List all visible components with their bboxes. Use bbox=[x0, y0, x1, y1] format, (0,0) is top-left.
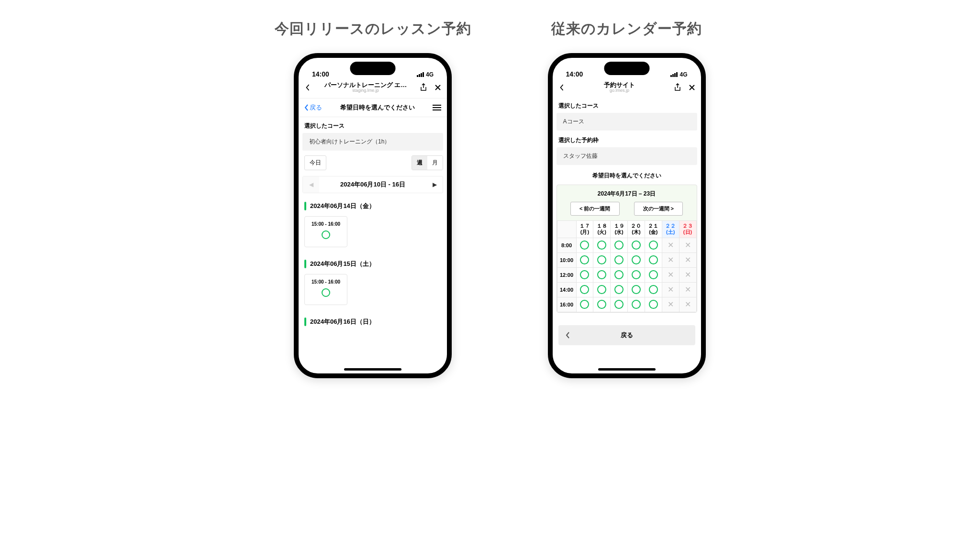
phone-left: 14:00 4G パーソナルトレーニング エ… staging.lme.jp bbox=[294, 53, 452, 378]
signal-bars-icon bbox=[670, 72, 678, 77]
calendar-cell[interactable] bbox=[645, 282, 662, 297]
calendar-cell[interactable] bbox=[593, 252, 611, 267]
calendar-cell[interactable] bbox=[628, 267, 645, 282]
available-icon bbox=[614, 255, 624, 264]
calendar-cell[interactable] bbox=[576, 282, 593, 297]
today-button[interactable]: 今日 bbox=[304, 155, 326, 170]
unavailable-icon: ✕ bbox=[668, 285, 674, 294]
calendar-cell[interactable] bbox=[593, 267, 611, 282]
time-slot-card[interactable]: 15:00 - 16:00 bbox=[304, 274, 347, 305]
calendar-time-label: 16:00 bbox=[557, 297, 576, 312]
unavailable-icon: ✕ bbox=[668, 241, 674, 249]
calendar-cell[interactable] bbox=[593, 297, 611, 312]
available-icon bbox=[649, 270, 658, 279]
section-label-course: 選択したコース bbox=[299, 117, 447, 133]
back-button[interactable]: 戻る bbox=[304, 103, 322, 112]
time-slot-card[interactable]: 15:00 - 16:00 bbox=[304, 216, 347, 247]
unavailable-icon: ✕ bbox=[685, 256, 691, 264]
calendar-cell[interactable] bbox=[576, 252, 593, 267]
section-label-slot: 選択した予約枠 bbox=[553, 132, 701, 147]
available-icon bbox=[632, 300, 641, 309]
calendar-cell[interactable] bbox=[628, 252, 645, 267]
page-domain: go.lmes.jp bbox=[569, 88, 670, 93]
unavailable-icon: ✕ bbox=[668, 271, 674, 279]
next-week-button[interactable]: 次の一週間 > bbox=[634, 202, 683, 216]
calendar-cell[interactable] bbox=[645, 252, 662, 267]
calendar-day-header: １８(火) bbox=[593, 221, 611, 238]
browser-back-icon[interactable] bbox=[557, 83, 566, 92]
available-icon bbox=[632, 270, 641, 279]
week-nav: ◀ 2024年06月10日 - 16日 ▶ bbox=[302, 176, 443, 193]
prev-week-button[interactable]: < 前の一週間 bbox=[570, 202, 619, 216]
day-label: 2024年06月16日（日） bbox=[310, 317, 375, 326]
calendar-cell: ✕ bbox=[662, 252, 679, 267]
available-icon bbox=[614, 241, 624, 250]
unavailable-icon: ✕ bbox=[685, 241, 691, 249]
available-icon bbox=[580, 285, 589, 294]
signal-bars-icon bbox=[417, 72, 424, 77]
toolbar-title: 希望日時を選んでください bbox=[340, 103, 415, 112]
calendar-cell[interactable] bbox=[645, 267, 662, 282]
calendar-time-label: 10:00 bbox=[557, 252, 576, 267]
calendar-cell[interactable] bbox=[611, 267, 628, 282]
slot-time: 15:00 - 16:00 bbox=[305, 279, 347, 284]
selected-staff: スタッフ佐藤 bbox=[557, 147, 697, 165]
calendar-cell[interactable] bbox=[611, 238, 628, 252]
calendar-day-header: １９(水) bbox=[611, 221, 628, 238]
calendar-cell: ✕ bbox=[662, 297, 679, 312]
calendar-cell[interactable] bbox=[576, 238, 593, 252]
back-bar-button[interactable]: 戻る bbox=[558, 325, 695, 345]
calendar-cell: ✕ bbox=[662, 238, 679, 252]
calendar-cell[interactable] bbox=[645, 297, 662, 312]
unavailable-icon: ✕ bbox=[685, 300, 691, 308]
calendar-day-header: ２２(土) bbox=[662, 221, 679, 238]
accent-bar bbox=[304, 260, 306, 268]
status-time: 14:00 bbox=[312, 70, 329, 78]
calendar-time-label: 12:00 bbox=[557, 267, 576, 282]
menu-icon[interactable] bbox=[433, 105, 441, 110]
available-icon bbox=[597, 255, 606, 264]
close-icon[interactable] bbox=[434, 83, 442, 92]
calendar-cell[interactable] bbox=[593, 238, 611, 252]
calendar-cell[interactable] bbox=[611, 282, 628, 297]
network-label: 4G bbox=[679, 71, 687, 78]
available-icon bbox=[649, 300, 658, 309]
calendar-cell[interactable] bbox=[611, 297, 628, 312]
prev-week-icon[interactable]: ◀ bbox=[303, 176, 319, 193]
prompt-text: 希望日時を選んでください bbox=[553, 167, 701, 185]
available-icon bbox=[597, 270, 606, 279]
day-label: 2024年06月15日（土） bbox=[310, 260, 375, 268]
calendar-cell[interactable] bbox=[576, 297, 593, 312]
calendar-day-header: ２３(日) bbox=[679, 221, 696, 238]
home-indicator bbox=[344, 368, 401, 371]
calendar-day-header: ２１(金) bbox=[645, 221, 662, 238]
calendar-cell[interactable] bbox=[645, 238, 662, 252]
segment-week[interactable]: 週 bbox=[412, 156, 427, 170]
available-icon bbox=[580, 241, 589, 250]
segment-month[interactable]: 月 bbox=[427, 156, 443, 170]
unavailable-icon: ✕ bbox=[685, 271, 691, 279]
calendar-cell: ✕ bbox=[679, 282, 696, 297]
share-icon[interactable] bbox=[419, 83, 428, 92]
browser-back-icon[interactable] bbox=[303, 83, 312, 92]
calendar-cell[interactable] bbox=[628, 282, 645, 297]
calendar-cell[interactable] bbox=[628, 297, 645, 312]
share-icon[interactable] bbox=[673, 83, 682, 92]
caption-right: 従来のカレンダー予約 bbox=[551, 19, 702, 39]
app-toolbar: 戻る 希望日時を選んでください bbox=[299, 98, 447, 117]
phone-right: 14:00 4G 予約サイト go.lmes.jp bbox=[548, 53, 706, 378]
slot-time: 15:00 - 16:00 bbox=[305, 221, 347, 227]
calendar-cell[interactable] bbox=[628, 238, 645, 252]
close-icon[interactable] bbox=[688, 83, 696, 92]
status-time: 14:00 bbox=[566, 70, 583, 78]
available-icon bbox=[649, 241, 658, 250]
calendar-cell[interactable] bbox=[611, 252, 628, 267]
home-indicator bbox=[598, 368, 656, 371]
calendar-cell: ✕ bbox=[679, 267, 696, 282]
next-week-icon[interactable]: ▶ bbox=[426, 176, 443, 193]
calendar-cell[interactable] bbox=[593, 282, 611, 297]
browser-header: 予約サイト go.lmes.jp bbox=[553, 79, 701, 98]
calendar-cell: ✕ bbox=[679, 238, 696, 252]
accent-bar bbox=[304, 317, 306, 326]
calendar-cell[interactable] bbox=[576, 267, 593, 282]
